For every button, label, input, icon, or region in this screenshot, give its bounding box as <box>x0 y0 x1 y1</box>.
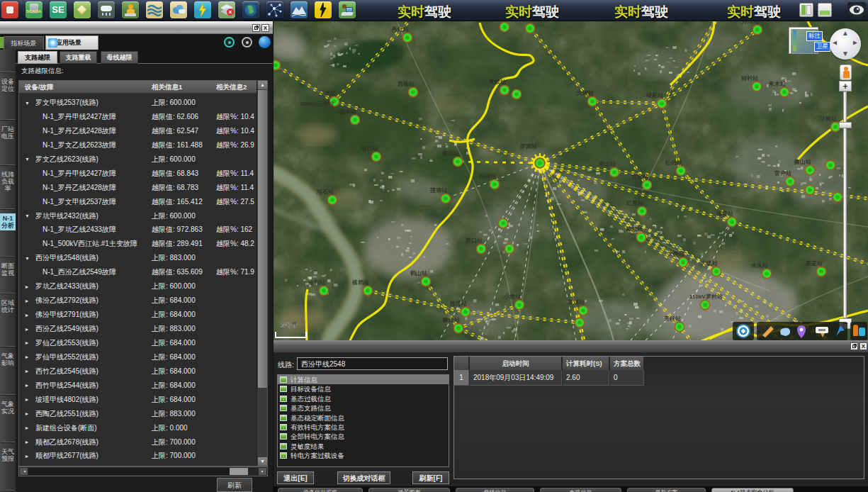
svg-text:科硅站: 科硅站 <box>478 173 496 179</box>
svg-text:水头站: 水头站 <box>750 262 768 269</box>
svg-text:地石站: 地石站 <box>316 189 334 195</box>
svg-text:芳桂站: 芳桂站 <box>663 315 681 322</box>
svg-text:500kV三水站: 500kV三水站 <box>300 101 334 107</box>
svg-text:横田站: 横田站 <box>441 150 459 157</box>
svg-text:鹤山站: 鹤山站 <box>410 269 427 276</box>
svg-text:2公里: 2公里 <box>281 321 298 329</box>
svg-text:联滘站: 联滘站 <box>567 299 585 306</box>
svg-text:官户站: 官户站 <box>774 169 791 177</box>
svg-text:狮岭站: 狮岭站 <box>442 317 460 323</box>
svg-text:和顺站: 和顺站 <box>625 226 643 233</box>
svg-text:西口站: 西口站 <box>466 237 483 244</box>
svg-text:小塘站: 小塘站 <box>503 293 521 300</box>
svg-text:青岐站: 青岐站 <box>488 79 506 85</box>
svg-text:大圃站: 大圃站 <box>667 251 684 257</box>
svg-text:松岗站: 松岗站 <box>665 160 682 166</box>
svg-text:博爱站: 博爱站 <box>716 211 733 217</box>
svg-text:德本站: 德本站 <box>339 108 356 115</box>
svg-text:寿山站: 寿山站 <box>598 161 616 167</box>
svg-text:转村站: 转村站 <box>740 75 758 82</box>
svg-text:罗洞站: 罗洞站 <box>520 143 537 150</box>
svg-text:果木站: 果木站 <box>768 81 786 87</box>
svg-text:官窑站: 官窑站 <box>631 173 648 180</box>
svg-text:西樵站: 西樵站 <box>398 81 415 87</box>
svg-text:红星站: 红星站 <box>626 200 643 206</box>
svg-text:横档站: 横档站 <box>351 279 369 286</box>
svg-text:地石站: 地石站 <box>360 145 378 152</box>
svg-text:活树站: 活树站 <box>819 116 837 122</box>
svg-text:110kV罗村站: 110kV罗村站 <box>689 293 723 300</box>
svg-text:狮山站: 狮山站 <box>794 159 811 165</box>
svg-text:三水站: 三水站 <box>319 90 336 96</box>
svg-text:雅瑶站: 雅瑶站 <box>449 301 467 307</box>
svg-text:大沥站: 大沥站 <box>701 260 718 267</box>
svg-text:环球站: 环球站 <box>741 21 759 25</box>
svg-text:基逻站: 基逻站 <box>805 260 823 267</box>
svg-text:丹灶站: 丹灶站 <box>391 26 409 33</box>
svg-text:大塘站: 大塘站 <box>577 89 594 96</box>
svg-text:楼新站: 楼新站 <box>646 91 663 99</box>
svg-text:金利站: 金利站 <box>308 279 325 286</box>
svg-text:莲塘站: 莲塘站 <box>429 186 447 194</box>
